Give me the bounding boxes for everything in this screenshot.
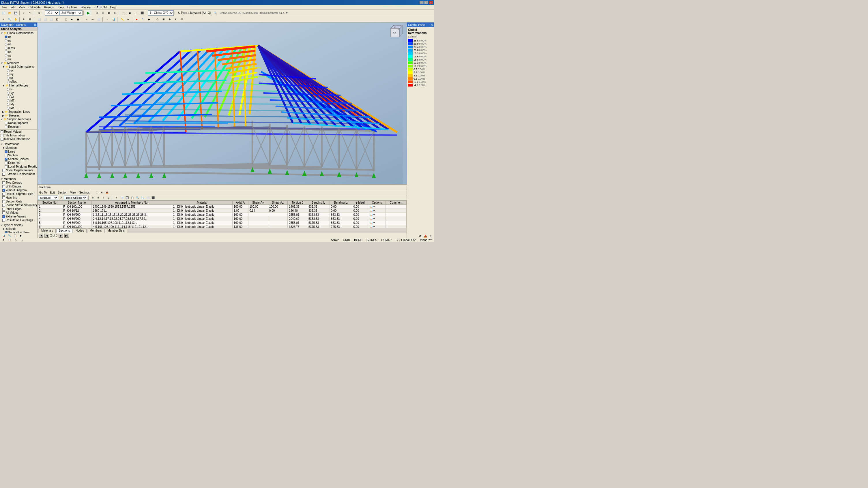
nav-global-deformations[interactable]: ▼ 📁 Global Deformations — [0, 31, 37, 35]
nav-section-colored[interactable]: Section Colored — [0, 157, 37, 161]
osmap-status[interactable]: OSMAP — [380, 238, 393, 242]
nav-without-diagram[interactable]: without Diagram — [0, 188, 37, 192]
deform-btn[interactable]: 〜 — [140, 17, 146, 22]
tb-btn-2[interactable]: ⊟ — [100, 10, 106, 15]
nav-two-colored[interactable]: Two-Colored — [0, 181, 37, 185]
node-btn[interactable]: ⬦ — [84, 17, 89, 22]
nav-section-item[interactable]: Section — [0, 154, 37, 157]
page-last-btn[interactable]: ▶| — [64, 234, 69, 238]
nav-ures[interactable]: uRes — [0, 46, 37, 50]
tb-btn-4[interactable]: ⊡ — [112, 10, 118, 15]
nav-members-group[interactable]: ▼ 📁 Members — [0, 61, 37, 65]
maximize-btn[interactable]: □ — [424, 1, 428, 4]
options-chart-btn[interactable]: 📊 — [369, 225, 373, 228]
run-btn[interactable]: ▶ — [85, 10, 91, 15]
nav-local-uz[interactable]: uz — [0, 76, 37, 80]
status-icon-3[interactable]: ▷ — [14, 238, 18, 242]
tab-nodes[interactable]: Nodes — [73, 228, 87, 233]
nav-strains[interactable]: ▶ 📁 Separation Lines — [0, 110, 37, 113]
table-row[interactable]: 2R_KH 10/121560-17111 - DK0 | Isotropic … — [38, 209, 407, 213]
structure-select[interactable]: Structure — [38, 196, 58, 200]
options-edit-btn[interactable]: ✏ — [373, 209, 375, 212]
edit-btn[interactable]: Edit — [49, 190, 56, 195]
toolbar2-btn5[interactable]: + — [114, 196, 119, 200]
tb-btn-6[interactable]: ▣ — [127, 10, 133, 15]
select-btn[interactable]: ↖ — [1, 17, 6, 22]
dimension-btn[interactable]: ↔ — [125, 17, 131, 22]
glines-status[interactable]: GLINES — [366, 238, 378, 242]
table-row[interactable]: 5R_KH 80/2006,8,10,105,107,108,110,112,1… — [38, 221, 407, 225]
legend-settings-btn[interactable]: ⚙ — [418, 234, 423, 238]
snap-btn[interactable]: ⊹ — [155, 17, 160, 22]
nav-icon-4[interactable]: ▶ — [19, 234, 23, 238]
nav-local-deformations[interactable]: ▼ 📁 Local Deformations — [0, 65, 37, 69]
nav-icon-2[interactable]: 🔧 — [7, 234, 11, 238]
nav-isolands-group[interactable]: ▼ Isolands — [0, 227, 37, 231]
table-row[interactable]: 4R_KH 80/2002,4,12,14,17,18,22,24,27,28,… — [38, 217, 407, 221]
nav-extremes-item[interactable]: Extremes — [0, 161, 37, 165]
nav-icon-3[interactable]: 📋 — [13, 234, 17, 238]
legend-reset-btn[interactable]: ↺ — [428, 234, 433, 238]
options-edit-btn[interactable]: ✏ — [373, 205, 375, 208]
nav-deform-members[interactable]: ▼ Members — [0, 146, 37, 150]
nav-local-ux[interactable]: ux — [0, 69, 37, 72]
status-icon-2[interactable]: 📋 — [7, 238, 11, 242]
viewport[interactable]: XZ Y Z — [37, 23, 407, 184]
search-btn[interactable]: 🔍 — [212, 10, 218, 15]
result-btn[interactable]: 📊 — [111, 17, 116, 22]
filter-btn[interactable]: ▽ — [179, 17, 185, 22]
nav-title-info[interactable]: Title Information — [0, 134, 37, 137]
nav-inner-edges[interactable]: Inner Edges — [0, 207, 37, 211]
menu-calculate[interactable]: Calculate — [27, 5, 42, 9]
top-btn[interactable]: ⬜ — [42, 17, 48, 22]
options-edit-btn[interactable]: ✏ — [373, 221, 375, 224]
toolbar2-btn12[interactable]: ⬛ — [151, 196, 155, 200]
menu-results[interactable]: Results — [42, 5, 55, 9]
nav-vy[interactable]: Vy — [0, 91, 37, 95]
nav-nodal-displacements[interactable]: Nodal Displacements — [0, 168, 37, 172]
nav-vz[interactable]: Vz — [0, 95, 37, 99]
menu-options[interactable]: Options — [65, 5, 79, 9]
pan-btn[interactable]: ✋ — [13, 17, 19, 22]
toolbar2-btn7[interactable]: 🔲 — [125, 196, 129, 200]
snap-status[interactable]: SNAP — [330, 238, 340, 242]
nav-section-cuts[interactable]: Section Cuts — [0, 200, 37, 203]
new-btn[interactable]: 📄 — [1, 10, 6, 15]
section-menu-btn[interactable]: Section — [57, 190, 68, 195]
nav-internal-forces[interactable]: ▼ 📁 Internal Forces — [0, 84, 37, 87]
options-edit-btn[interactable]: ✏ — [373, 213, 375, 216]
tb-filter-btn[interactable]: ▽ — [94, 191, 99, 195]
bgrd-status[interactable]: BGRD — [353, 238, 363, 242]
nav-local-uy[interactable]: uy — [0, 72, 37, 76]
print-btn[interactable]: 🖨 — [36, 10, 42, 15]
tb-col-btn[interactable]: ⊞ — [99, 191, 104, 195]
minimize-btn[interactable]: ─ — [420, 1, 424, 4]
tab-members[interactable]: Members — [87, 228, 104, 233]
member-btn[interactable]: ─ — [90, 17, 95, 22]
tb-btn-8[interactable]: ⬛ — [139, 10, 145, 15]
wire-btn[interactable]: ◻ — [63, 17, 69, 22]
nav-result-diagram-filled[interactable]: Result Diagram Filled — [0, 192, 37, 196]
nav-close[interactable]: ✕ — [34, 23, 36, 27]
coord-btn[interactable]: ⊕ — [167, 17, 173, 22]
nav-extreme-values[interactable]: Extreme Values — [0, 215, 37, 218]
render-btn[interactable]: ◼ — [75, 17, 81, 22]
settings-menu-btn[interactable]: Settings — [78, 190, 91, 195]
anim-btn[interactable]: ▶ — [146, 17, 152, 22]
basic-objects-select[interactable]: Basic Objects — [64, 196, 87, 200]
toolbar2-btn8[interactable]: 📋 — [130, 196, 134, 200]
nav-all-values[interactable]: All Values — [0, 211, 37, 215]
front-btn[interactable]: ⬜ — [36, 17, 42, 22]
nav-local-torsional[interactable]: Local Torsional Rotations — [0, 165, 37, 168]
menu-file[interactable]: File — [1, 5, 9, 9]
options-chart-btn[interactable]: 📊 — [369, 221, 373, 224]
nav-lines-item[interactable]: Lines — [0, 150, 37, 154]
nav-icon-1[interactable]: 📊 — [1, 234, 6, 238]
nav-mt[interactable]: MT — [0, 99, 37, 102]
page-first-btn[interactable]: |◀ — [39, 234, 43, 238]
side-btn[interactable]: ⬜ — [48, 17, 54, 22]
nav-type-display[interactable]: ▼ Type of display — [0, 223, 37, 227]
nav-phi-x[interactable]: φx — [0, 50, 37, 54]
toolbar2-btn2[interactable]: ➡ — [96, 196, 100, 200]
tb-export-btn[interactable]: 📤 — [105, 191, 110, 195]
